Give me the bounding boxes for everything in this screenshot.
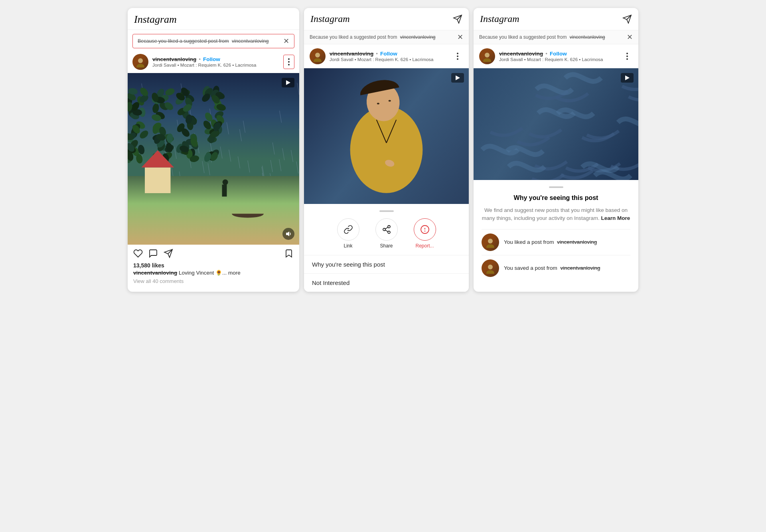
svg-point-13 xyxy=(388,231,390,233)
why-item-2: You saved a post from vincentvanloving xyxy=(482,255,630,281)
username-2[interactable]: vincentvanloving xyxy=(330,51,373,57)
panel-3: Instagram Because you liked a suggested … xyxy=(474,8,638,292)
why-avatar-2 xyxy=(482,259,499,277)
comments-link[interactable]: View all 40 comments xyxy=(128,277,299,287)
username-label[interactable]: vincentvanloving xyxy=(152,56,196,62)
not-interested-menu-item[interactable]: Not Interested xyxy=(304,273,469,292)
why-avatar-1 xyxy=(482,233,499,251)
bottom-sheet: Link Share Report... Why you're seeing t… xyxy=(304,204,469,292)
video-play-icon-3 xyxy=(621,73,634,83)
user-avatar-2[interactable] xyxy=(310,48,326,64)
svg-marker-2 xyxy=(286,80,290,85)
svg-point-27 xyxy=(486,270,494,274)
report-icon-circle xyxy=(414,218,436,241)
more-options-button[interactable] xyxy=(283,55,294,69)
post-canvas-2 xyxy=(304,68,469,204)
username-3[interactable]: vincentvanloving xyxy=(499,51,543,57)
svg-point-9 xyxy=(314,58,322,62)
why-title: Why you're seeing this post xyxy=(482,194,630,202)
direct-message-button-3[interactable] xyxy=(622,14,632,24)
video-play-icon xyxy=(282,78,294,87)
svg-point-21 xyxy=(485,53,490,57)
svg-point-25 xyxy=(486,244,494,248)
user-info-3: vincentvanloving • Follow Jordi Savall •… xyxy=(499,51,618,62)
more-options-button-2[interactable] xyxy=(452,49,463,63)
suggestion-text-3: Because you liked a suggested post from … xyxy=(479,34,605,40)
svg-point-12 xyxy=(383,228,385,231)
why-description: We find and suggest new posts that you m… xyxy=(482,206,630,223)
suggestion-bar: Because you liked a suggested post from … xyxy=(132,34,294,48)
post-image-2 xyxy=(304,68,469,204)
suggestion-bar-text: Because you liked a suggested post from … xyxy=(138,38,269,44)
banner-close-button-3[interactable]: ✕ xyxy=(627,34,633,41)
svg-marker-3 xyxy=(286,231,289,236)
why-sheet: Why you're seeing this post We find and … xyxy=(474,180,638,287)
share-button[interactable] xyxy=(164,249,173,258)
bookmark-button[interactable] xyxy=(284,249,294,258)
svg-point-22 xyxy=(483,58,491,62)
user-info-2: vincentvanloving • Follow Jordi Savall •… xyxy=(330,51,448,62)
sheet-link-item[interactable]: Link xyxy=(337,218,359,249)
svg-marker-10 xyxy=(456,75,460,80)
post-image-3 xyxy=(474,68,638,180)
report-label: Report... xyxy=(415,243,434,249)
panel-1-header: Instagram xyxy=(128,8,299,30)
svg-line-14 xyxy=(385,230,388,232)
instagram-logo: Instagram xyxy=(134,14,177,25)
like-button[interactable] xyxy=(133,249,143,258)
why-item-1: You liked a post from vincentvanloving xyxy=(482,229,630,255)
banner-close-button-2[interactable]: ✕ xyxy=(457,34,463,41)
sheet-share-item[interactable]: Share xyxy=(375,218,398,249)
post-header-row-3: vincentvanloving • Follow Jordi Savall •… xyxy=(474,44,638,68)
post-image xyxy=(128,73,299,245)
sheet-report-item[interactable]: Report... xyxy=(414,218,436,249)
user-avatar-3[interactable] xyxy=(479,48,495,64)
follow-button-2[interactable]: Follow xyxy=(380,51,397,57)
post-canvas xyxy=(128,73,299,245)
svg-point-26 xyxy=(488,265,493,269)
svg-line-15 xyxy=(385,227,388,229)
post-header-row-2: vincentvanloving • Follow Jordi Savall •… xyxy=(304,44,469,68)
post-actions xyxy=(128,245,299,262)
post-caption: vincentvanloving Loving Vincent 🌻... mor… xyxy=(128,269,299,277)
why-sheet-handle xyxy=(549,186,563,188)
share-label: Share xyxy=(380,243,393,249)
learn-more-link[interactable]: Learn More xyxy=(601,215,630,221)
link-label: Link xyxy=(344,243,352,249)
suggestion-close-button[interactable]: ✕ xyxy=(283,38,289,45)
post-user-row: vincentvanloving • Follow Jordi Savall •… xyxy=(128,51,299,73)
suggestion-banner-2: Because you liked a suggested post from … xyxy=(304,30,469,44)
sheet-icons-row: Link Share Report... xyxy=(304,218,469,255)
svg-point-8 xyxy=(315,53,320,57)
post-canvas-3 xyxy=(474,68,638,180)
suggestion-username: vincentvanloving xyxy=(232,38,268,44)
suggestion-text-2: Because you liked a suggested post from … xyxy=(310,34,436,40)
panel-3-header: Instagram xyxy=(474,8,638,30)
svg-point-11 xyxy=(388,225,390,228)
more-options-button-3[interactable] xyxy=(622,49,633,63)
instagram-logo-2: Instagram xyxy=(310,14,350,24)
instagram-logo-3: Instagram xyxy=(480,14,519,24)
why-seeing-menu-item[interactable]: Why you're seeing this post xyxy=(304,255,469,273)
sound-icon[interactable] xyxy=(282,228,294,240)
post-subtitle: Jordi Savall • Mozart : Requiem K. 626 •… xyxy=(152,63,279,67)
likes-count: 13,580 likes xyxy=(128,262,299,269)
svg-marker-23 xyxy=(625,75,630,80)
comment-button[interactable] xyxy=(148,249,158,258)
direct-message-button[interactable] xyxy=(453,14,462,24)
panel-2: Instagram Because you liked a suggested … xyxy=(304,8,469,292)
why-item-text-2: You saved a post from vincentvanloving xyxy=(504,265,600,271)
follow-button[interactable]: Follow xyxy=(203,56,220,62)
suggestion-banner-3: Because you liked a suggested post from … xyxy=(474,30,638,44)
why-item-text-1: You liked a post from vincentvanloving xyxy=(504,239,597,245)
svg-point-0 xyxy=(138,58,143,63)
caption-username[interactable]: vincentvanloving xyxy=(133,270,177,276)
follow-button-3[interactable]: Follow xyxy=(550,51,567,57)
user-avatar[interactable] xyxy=(132,54,148,70)
panel-2-header: Instagram xyxy=(304,8,469,30)
share-icon-circle xyxy=(375,218,398,241)
link-icon-circle xyxy=(337,218,359,241)
video-play-icon-2 xyxy=(451,73,464,83)
user-info: vincentvanloving • Follow Jordi Savall •… xyxy=(152,56,279,67)
post-subtitle-2: Jordi Savall • Mozart : Requiem K. 626 •… xyxy=(330,57,448,62)
